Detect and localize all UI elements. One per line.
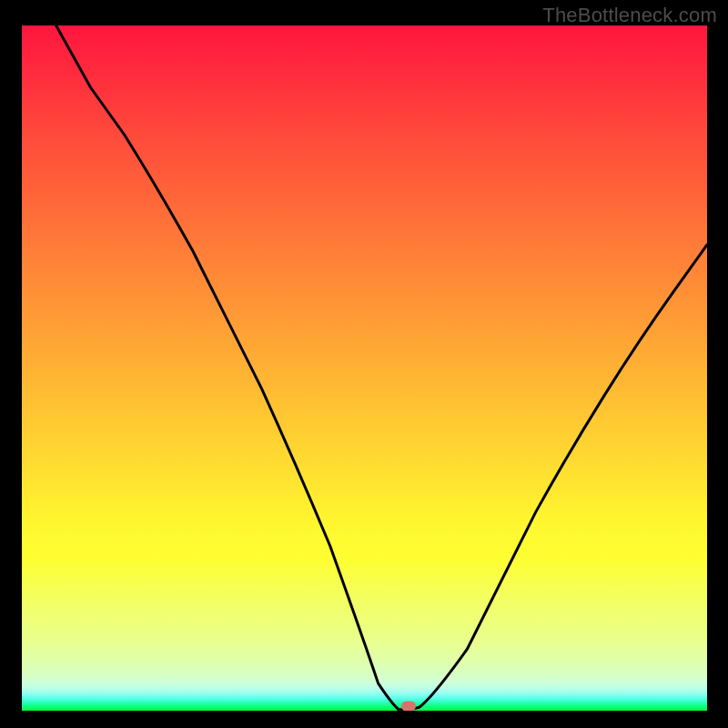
watermark-text: TheBottleneck.com bbox=[542, 4, 717, 27]
curve-svg bbox=[22, 25, 707, 711]
bottleneck-curve-path bbox=[56, 25, 707, 710]
minimum-marker bbox=[401, 702, 416, 711]
chart-frame: TheBottleneck.com bbox=[0, 0, 728, 728]
plot-area bbox=[22, 25, 707, 711]
